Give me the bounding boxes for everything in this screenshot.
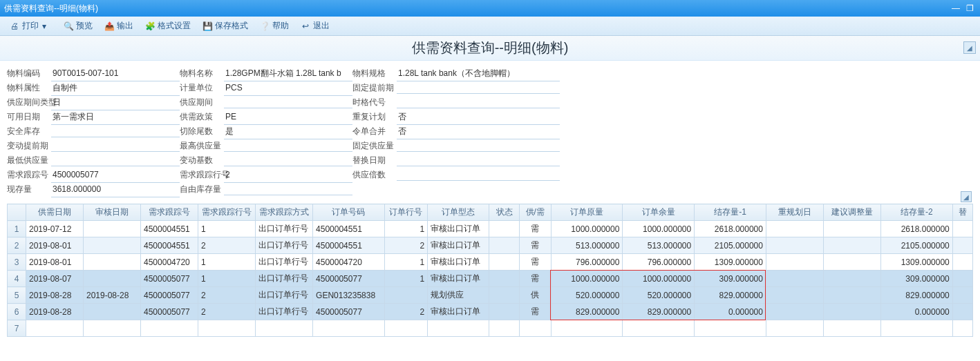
cut-tail-value[interactable]: 是: [224, 124, 352, 139]
cell[interactable]: [489, 271, 520, 287]
row-number[interactable]: 5: [8, 287, 26, 304]
cell[interactable]: [84, 221, 141, 237]
cell[interactable]: [880, 320, 952, 337]
row-number[interactable]: 6: [8, 304, 26, 320]
cell[interactable]: [823, 271, 880, 287]
col-header[interactable]: 需求跟踪行号: [198, 204, 256, 221]
cell[interactable]: [489, 254, 520, 271]
cell[interactable]: 2019-08-28: [26, 287, 83, 304]
cell[interactable]: [766, 304, 823, 320]
cell[interactable]: [766, 221, 823, 237]
cell[interactable]: 4500005077: [141, 271, 198, 287]
row-number[interactable]: 3: [8, 254, 26, 271]
cell[interactable]: 2105.000000: [695, 237, 766, 254]
supply-mult-value[interactable]: [397, 170, 560, 181]
cell[interactable]: GEN013235838: [313, 287, 385, 304]
minimize-button[interactable]: —: [950, 3, 962, 14]
cell[interactable]: 829.000000: [623, 304, 695, 320]
time-code-value[interactable]: [397, 97, 560, 108]
cell[interactable]: 829.000000: [551, 304, 623, 320]
cell[interactable]: [489, 320, 520, 337]
save-format-button[interactable]: 💾 保存格式: [197, 19, 253, 34]
cell[interactable]: 2: [384, 237, 427, 254]
col-header[interactable]: 需求跟踪方式: [256, 204, 313, 221]
cell[interactable]: 审核出口订单: [428, 221, 489, 237]
cell[interactable]: [823, 237, 880, 254]
cell[interactable]: [489, 287, 520, 304]
cell[interactable]: 2019-08-07: [26, 271, 83, 287]
cell[interactable]: 2: [198, 237, 256, 254]
cell[interactable]: 796.000000: [551, 254, 623, 271]
cell[interactable]: 4500005077: [141, 304, 198, 320]
cell[interactable]: [952, 254, 972, 271]
cell[interactable]: 出口订单行号: [256, 304, 313, 320]
col-header[interactable]: 审核日期: [84, 204, 141, 221]
cell[interactable]: 4500004720: [141, 254, 198, 271]
material-code-value[interactable]: 90T0015-007-101: [51, 66, 180, 81]
cell[interactable]: 出口订单行号: [256, 254, 313, 271]
row-number[interactable]: 7: [8, 320, 26, 337]
supply-period-value[interactable]: [224, 97, 352, 108]
col-header[interactable]: 订单行号: [384, 204, 427, 221]
col-header[interactable]: 订单型态: [428, 204, 489, 221]
avail-date-value[interactable]: 第一需求日: [51, 110, 180, 125]
cell[interactable]: 2: [384, 304, 427, 320]
free-stock-value[interactable]: [224, 184, 352, 195]
cell[interactable]: [84, 320, 141, 337]
help-button[interactable]: ❔ 帮助: [254, 19, 294, 34]
cell[interactable]: 出口订单行号: [256, 237, 313, 254]
cell[interactable]: 供: [519, 287, 551, 304]
cell[interactable]: 出口订单行号: [256, 287, 313, 304]
cell[interactable]: 0.000000: [695, 304, 766, 320]
col-header[interactable]: 供/需: [519, 204, 551, 221]
cell[interactable]: 1: [384, 254, 427, 271]
cell[interactable]: 1: [198, 221, 256, 237]
format-button[interactable]: 🧩 格式设置: [140, 19, 196, 34]
replan-value[interactable]: 否: [397, 110, 560, 125]
cell[interactable]: 审核出口订单: [428, 237, 489, 254]
cell[interactable]: [823, 320, 880, 337]
safety-stock-value[interactable]: [51, 126, 180, 137]
cell[interactable]: 1: [384, 271, 427, 287]
col-header[interactable]: 供需日期: [26, 204, 83, 221]
cell[interactable]: [198, 320, 256, 337]
row-number[interactable]: 2: [8, 237, 26, 254]
cell[interactable]: 规划供应: [428, 287, 489, 304]
fixed-supply-value[interactable]: [397, 141, 560, 152]
col-header[interactable]: 替: [952, 204, 972, 221]
cell[interactable]: 需: [519, 304, 551, 320]
cell[interactable]: 520.000000: [551, 287, 623, 304]
cell[interactable]: 2618.000000: [880, 221, 952, 237]
restore-button[interactable]: ❐: [963, 3, 976, 14]
col-header[interactable]: 建议调整量: [823, 204, 880, 221]
cell[interactable]: [952, 304, 972, 320]
cell[interactable]: [519, 320, 551, 337]
expand-grid-button[interactable]: ◢: [961, 191, 972, 202]
cell[interactable]: 4500005077: [313, 304, 385, 320]
demand-trace-value[interactable]: 4500005077: [51, 168, 180, 183]
cell[interactable]: 1309.000000: [880, 254, 952, 271]
cell[interactable]: 0.000000: [880, 304, 952, 320]
cell[interactable]: [695, 320, 766, 337]
material-attr-value[interactable]: 自制件: [51, 81, 180, 96]
cell[interactable]: 513.000000: [623, 237, 695, 254]
col-header[interactable]: 订单号码: [313, 204, 385, 221]
cell[interactable]: 1: [198, 271, 256, 287]
var-lead-value[interactable]: [51, 141, 180, 152]
cell[interactable]: [141, 320, 198, 337]
cell[interactable]: 4500004551: [141, 221, 198, 237]
cell[interactable]: 1000.000000: [623, 271, 695, 287]
grid-body[interactable]: 12019-07-1245000045511出口订单行号45000045511审…: [8, 221, 973, 337]
cell[interactable]: 2019-08-01: [26, 254, 83, 271]
col-header[interactable]: 需求跟踪号: [141, 204, 198, 221]
cell[interactable]: 需: [519, 221, 551, 237]
cell[interactable]: [623, 320, 695, 337]
cell[interactable]: 审核出口订单: [428, 271, 489, 287]
col-header[interactable]: 订单原量: [551, 204, 623, 221]
cell[interactable]: 出口订单行号: [256, 221, 313, 237]
col-header[interactable]: 状态: [489, 204, 520, 221]
table-row[interactable]: 32019-08-0145000047201出口订单行号45000047201审…: [8, 254, 973, 271]
print-button[interactable]: 🖨 打印 ▾: [4, 19, 57, 34]
policy-value[interactable]: PE: [224, 110, 352, 125]
cell[interactable]: 1: [384, 221, 427, 237]
